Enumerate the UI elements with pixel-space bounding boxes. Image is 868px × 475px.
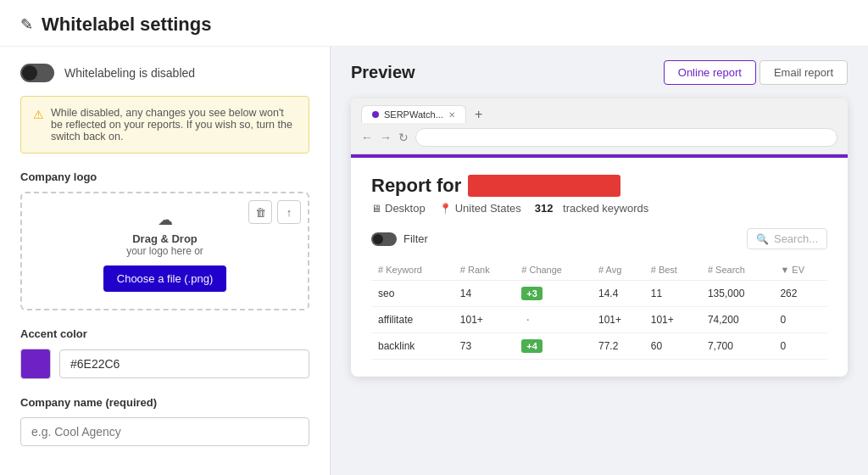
cell-rank: 14 [453,281,515,307]
change-badge: · [521,313,534,327]
toggle-label: Whitelabeling is disabled [64,66,195,80]
filter-toggle: Filter [371,232,428,246]
right-panel: Preview Online report Email report SERPW… [331,47,868,475]
upload-cloud-icon: ☁ [158,210,173,229]
accent-color-swatch[interactable] [20,349,51,379]
cell-best: 60 [644,333,701,360]
table-header-row: # Keyword # Rank # Change # Avg # Best #… [371,260,827,281]
delete-logo-button[interactable]: 🗑 [248,200,272,224]
col-keyword[interactable]: # Keyword [371,260,453,281]
browser-url-bar[interactable] [415,128,837,147]
cell-avg: 77.2 [592,333,644,360]
meta-location: 📍 United States [439,202,521,215]
cell-best: 11 [644,281,701,307]
report-title: Report for [371,175,827,197]
col-best[interactable]: # Best [644,260,701,281]
meta-device-label: Desktop [385,202,426,215]
browser-add-tab-button[interactable]: + [470,107,487,122]
drag-drop-text: Drag & Drop [132,232,198,245]
warning-text: While disabled, any changes you see belo… [51,107,297,142]
cell-change: +3 [515,281,592,307]
browser-back-button[interactable]: ← [361,131,373,144]
cell-avg: 101+ [592,307,644,333]
cell-keyword: affilitate [371,307,453,333]
browser-tab-favicon [372,111,379,118]
company-logo-label: Company logo [20,170,309,183]
preview-title: Preview [351,63,415,82]
warning-icon: ⚠ [33,108,44,142]
warning-box: ⚠ While disabled, any changes you see be… [20,96,309,154]
accent-color-label: Accent color [20,327,309,340]
cell-keyword: seo [371,281,453,307]
left-panel: Whitelabeling is disabled ⚠ While disabl… [0,47,331,475]
company-name-input[interactable] [20,417,309,446]
browser-tab-close[interactable]: ✕ [448,110,455,120]
report-name-redacted [468,175,620,197]
filter-label: Filter [403,232,428,245]
cell-avg: 14.4 [592,281,644,307]
upload-logo-button[interactable]: ↑ [277,200,301,224]
search-icon: 🔍 [756,233,769,245]
report-meta: 🖥 Desktop 📍 United States 312 tracked ke… [371,202,827,215]
cell-ev: 0 [773,333,827,360]
browser-chrome: SERPWatch... ✕ + ← → ↻ [351,98,848,154]
company-name-label: Company name (required) [20,396,309,409]
browser-mockup: SERPWatch... ✕ + ← → ↻ [351,98,848,377]
cell-rank: 73 [453,333,515,360]
browser-forward-button[interactable]: → [380,131,392,144]
cell-search: 135,000 [701,281,774,307]
col-ev[interactable]: ▼ EV [773,260,827,281]
cell-change: +4 [515,333,592,360]
table-row: affilitate 101+ · 101+ 101+ 74,200 0 [371,307,827,333]
keywords-label: tracked keywords [563,202,648,215]
desktop-icon: 🖥 [371,203,381,215]
choose-file-button[interactable]: Choose a file (.png) [103,265,226,292]
cell-keyword: backlink [371,333,453,360]
cell-search: 7,700 [701,333,774,360]
col-search[interactable]: # Search [701,260,774,281]
browser-tab-label: SERPWatch... [384,109,443,120]
browser-refresh-button[interactable]: ↻ [398,131,409,144]
whitelabel-toggle[interactable] [20,64,54,82]
cell-rank: 101+ [453,307,515,333]
col-change[interactable]: # Change [515,260,592,281]
col-avg[interactable]: # Avg [592,260,644,281]
tab-online-report[interactable]: Online report [664,60,756,85]
report-title-prefix: Report for [371,175,461,197]
search-box[interactable]: 🔍 Search... [747,228,827,249]
logo-upload-area: 🗑 ↑ ☁ Drag & Drop your logo here or Choo… [20,192,309,310]
accent-color-input[interactable] [59,349,309,378]
table-row: seo 14 +3 14.4 11 135,000 262 [371,281,827,307]
report-controls: Filter 🔍 Search... [371,228,827,249]
meta-keywords: 312 tracked keywords [535,202,648,215]
keywords-count: 312 [535,202,554,215]
preview-tabs: Online report Email report [664,60,848,85]
mini-toggle-knob [373,234,383,244]
keywords-table: # Keyword # Rank # Change # Avg # Best #… [371,260,827,360]
table-row: backlink 73 +4 77.2 60 7,700 0 [371,333,827,360]
tab-email-report[interactable]: Email report [760,60,848,85]
cell-change: · [515,307,592,333]
change-badge: +4 [521,339,542,353]
filter-mini-toggle[interactable] [371,232,397,246]
meta-location-label: United States [455,202,521,215]
change-badge: +3 [521,287,542,300]
location-icon: 📍 [439,203,452,215]
cell-search: 74,200 [701,307,774,333]
col-rank[interactable]: # Rank [453,260,515,281]
edit-icon: ✎ [20,15,33,34]
search-placeholder: Search... [774,232,818,245]
toggle-knob [22,65,37,81]
page-title: Whitelabel settings [42,14,211,36]
cell-best: 101+ [644,307,701,333]
meta-device: 🖥 Desktop [371,202,426,215]
cell-ev: 262 [773,281,827,307]
browser-tab: SERPWatch... ✕ [361,105,466,123]
drag-drop-sub: your logo here or [126,245,203,257]
report-content: Report for 🖥 Desktop 📍 United States [351,158,848,377]
cell-ev: 0 [773,307,827,333]
